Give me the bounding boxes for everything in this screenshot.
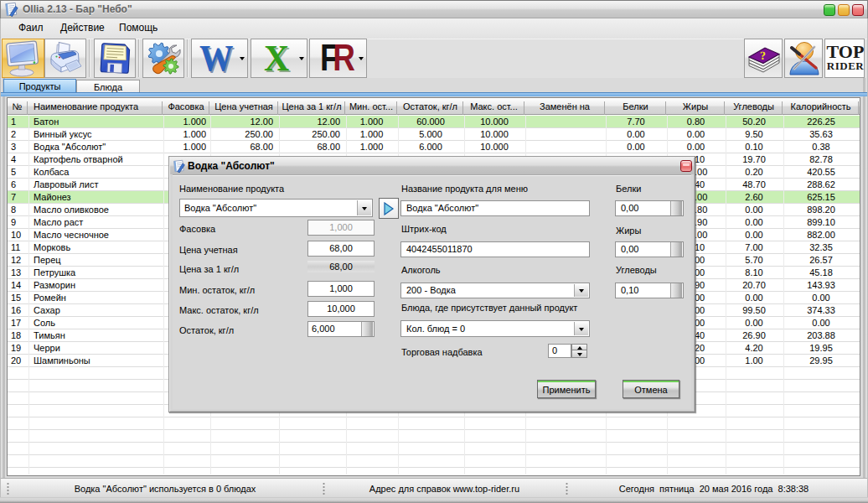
svg-text:?: ? bbox=[760, 49, 767, 62]
